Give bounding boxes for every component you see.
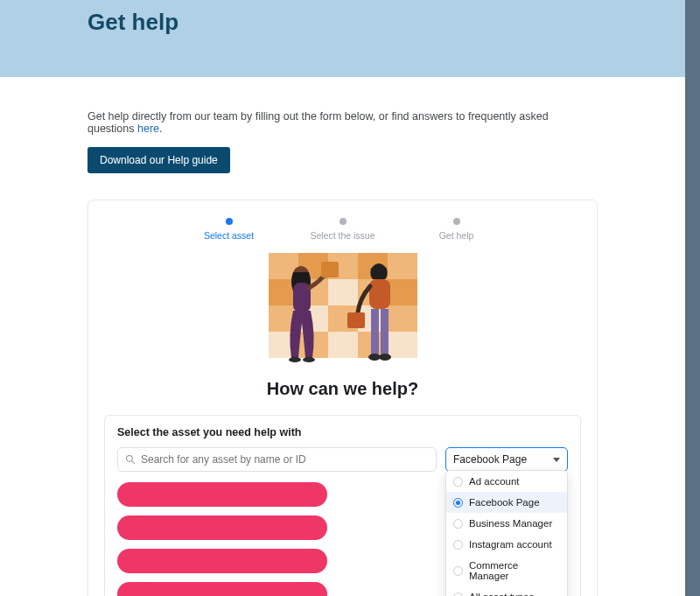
progress-stepper: Select asset Select the issue Get help (104, 218, 581, 241)
asset-select-panel: Select the asset you need help with Face… (104, 415, 581, 596)
svg-point-18 (303, 357, 315, 362)
svg-rect-14 (388, 279, 417, 305)
radio-icon (453, 540, 463, 550)
asset-search-box[interactable] (117, 447, 437, 472)
dropdown-option-label: Facebook Page (469, 497, 540, 508)
puzzle-people-illustration-icon (242, 248, 444, 370)
dropdown-option-label: Commerce Manager (469, 560, 560, 581)
svg-rect-22 (371, 309, 379, 354)
svg-rect-21 (369, 279, 390, 309)
faq-link[interactable]: here (137, 123, 159, 135)
asset-type-selected-label: Facebook Page (453, 453, 527, 466)
dropdown-option-label: Business Manager (469, 518, 552, 529)
right-gutter (685, 0, 700, 596)
chevron-down-icon (553, 458, 560, 462)
svg-point-17 (289, 357, 301, 362)
download-help-guide-button[interactable]: Download our Help guide (88, 147, 230, 173)
dropdown-option-all-asset-types[interactable]: All asset types (446, 586, 567, 596)
asset-type-dropdown: Ad account Facebook Page Business Manage… (445, 470, 568, 596)
illustration (104, 248, 581, 370)
dropdown-option-label: Instagram account (469, 539, 552, 550)
radio-icon (453, 592, 463, 597)
help-card: Select asset Select the issue Get help (88, 200, 598, 596)
svg-line-28 (132, 461, 135, 464)
radio-icon (453, 566, 463, 576)
dropdown-option-business-manager[interactable]: Business Manager (446, 513, 567, 534)
page-banner: Get help (0, 0, 685, 77)
search-icon (125, 454, 136, 465)
step-dot-icon (226, 218, 233, 225)
asset-result-placeholder[interactable] (117, 549, 327, 573)
dropdown-option-facebook-page[interactable]: Facebook Page (446, 492, 567, 513)
step-get-help: Get help (400, 218, 514, 241)
step-label: Select the issue (310, 230, 374, 241)
svg-rect-3 (388, 253, 417, 279)
asset-result-placeholder[interactable] (117, 482, 327, 507)
intro-text-after: . (159, 123, 162, 135)
dropdown-option-commerce-manager[interactable]: Commerce Manager (446, 555, 567, 586)
step-select-asset: Select asset (172, 218, 286, 241)
radio-icon (453, 519, 463, 529)
asset-result-placeholder[interactable] (117, 515, 327, 540)
step-label: Select asset (204, 230, 254, 241)
page-title: Get help (88, 9, 178, 36)
radio-icon (453, 477, 463, 487)
asset-type-select[interactable]: Facebook Page (445, 447, 568, 472)
asset-search-input[interactable] (141, 453, 429, 466)
step-label: Get help (439, 230, 474, 241)
radio-icon (453, 498, 463, 508)
dropdown-option-ad-account[interactable]: Ad account (446, 471, 567, 492)
dropdown-option-label: Ad account (469, 476, 520, 487)
dropdown-option-label: All asset types (469, 592, 534, 596)
svg-point-24 (368, 354, 381, 361)
step-dot-icon (340, 218, 346, 225)
svg-rect-19 (321, 262, 339, 277)
svg-rect-23 (381, 309, 388, 354)
svg-rect-8 (388, 305, 417, 332)
panel-title: Select the asset you need help with (117, 426, 568, 438)
svg-rect-26 (347, 312, 365, 328)
asset-result-placeholder[interactable] (117, 582, 327, 596)
help-headline: How can we help? (104, 379, 581, 399)
intro-text: Get help directly from our team by filli… (0, 77, 685, 135)
step-select-issue: Select the issue (286, 218, 400, 241)
step-dot-icon (453, 218, 460, 225)
search-row: Facebook Page (117, 447, 568, 472)
dropdown-option-instagram-account[interactable]: Instagram account (446, 534, 567, 555)
svg-point-25 (379, 354, 391, 361)
